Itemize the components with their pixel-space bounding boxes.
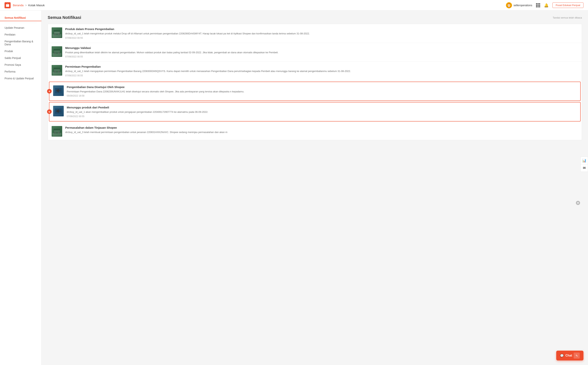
svg-point-7	[54, 53, 56, 54]
notif-thumbnail	[52, 126, 62, 137]
notif-body: Permintaan Pengembalian Dana 2208230UNXK…	[67, 90, 576, 93]
floating-right-panel: 📊 ✉	[581, 157, 588, 172]
chat-expand-button[interactable]: ⤡	[574, 352, 580, 358]
shopee-logo[interactable]	[5, 2, 11, 8]
notif-content: Menunggu produk dari Pembeli drcbuy_id_u…	[67, 106, 576, 118]
notification-list: Produk dalam Proses Pengembalian drcbuy_…	[48, 24, 582, 140]
notif-content: Menunggu Validasi Produk yang dikembalik…	[65, 46, 578, 58]
scroll-indicator	[576, 201, 580, 205]
notif-thumbnail	[52, 65, 62, 76]
user-menu[interactable]: 🎅 selleroperations	[506, 2, 532, 8]
notif-thumbnail	[53, 85, 64, 96]
sidebar-item-update-pesanan[interactable]: Update Pesanan	[0, 24, 41, 31]
sidebar-item-penilaian[interactable]: Penilaian	[0, 31, 41, 38]
svg-point-22	[58, 132, 59, 133]
table-row: Pengembalian Dana Disetujui Oleh Shopee …	[49, 82, 580, 101]
notif-title: Permintaan Pengembalian	[65, 65, 578, 68]
username: selleroperations	[514, 4, 532, 7]
table-row: Menunggu produk dari Pembeli drcbuy_id_u…	[49, 102, 580, 121]
notif-title: Menunggu produk dari Pembeli	[67, 106, 576, 109]
breadcrumb-current: Kotak Masuk	[28, 4, 45, 7]
breadcrumb-home[interactable]: Beranda	[13, 4, 24, 7]
notification-bell-icon[interactable]: 🔔	[544, 3, 549, 7]
svg-point-21	[54, 132, 56, 133]
notif-title: Permasalahan dalam Tinjauan Shopee	[65, 126, 578, 129]
notif-time: 07/09/2022 00:55	[65, 55, 578, 58]
svg-point-23	[577, 202, 579, 204]
chat-widget[interactable]: 💬 Chat ⤡	[556, 351, 583, 360]
badge-a: a	[47, 89, 52, 93]
notif-time: 05/09/2022 18:58	[67, 94, 576, 97]
svg-rect-6	[54, 50, 60, 53]
badge-b: b	[47, 109, 52, 114]
notif-title: Produk dalam Proses Pengembalian	[65, 27, 578, 31]
notif-title: Menunggu Validasi	[65, 46, 578, 49]
mail-float-button[interactable]: ✉	[581, 164, 588, 172]
svg-rect-2	[54, 32, 60, 34]
notif-body: drcbuy_id_uat_1 akan mengembalikan produ…	[67, 110, 576, 114]
sidebar-divider	[5, 23, 37, 23]
avatar: 🎅	[506, 2, 512, 8]
svg-rect-10	[54, 69, 60, 71]
sidebar-item-performa[interactable]: Performa	[0, 68, 41, 75]
main-content: Semua Notifikasi Tandai semua telah diba…	[42, 11, 588, 365]
breadcrumb-separator: >	[25, 4, 27, 7]
notif-body: drcbuy_id_uat_3 telah membuat permintaan…	[65, 130, 578, 134]
sidebar-item-saldo[interactable]: Saldo Penjual	[0, 55, 41, 61]
notif-thumbnail	[53, 106, 64, 116]
page-title: Semua Notifikasi	[48, 15, 81, 20]
notif-body: drcbuy_id_uat_1 telah mengajukan permint…	[65, 69, 578, 73]
header: Beranda > Kotak Masuk 🎅 selleroperations…	[0, 0, 588, 11]
svg-point-12	[58, 71, 59, 72]
chart-float-button[interactable]: 📊	[581, 157, 588, 164]
notif-time: 07/09/2022 00:55	[65, 74, 578, 77]
table-row[interactable]: Permintaan Pengembalian drcbuy_id_uat_1 …	[48, 62, 582, 80]
table-row[interactable]: Produk dalam Proses Pengembalian drcbuy_…	[48, 24, 582, 43]
svg-point-8	[58, 53, 59, 54]
sidebar-item-semua-notifikasi[interactable]: Semua Notifikasi	[0, 14, 41, 21]
notif-content: Permasalahan dalam Tinjauan Shopee drcbu…	[65, 126, 578, 135]
chat-label: Chat	[565, 354, 572, 357]
breadcrumb: Beranda > Kotak Masuk	[13, 4, 45, 7]
highlighted-notif-a[interactable]: a Pengembalian Dana Disetujui Oleh Shope…	[49, 82, 581, 101]
sidebar-item-produk[interactable]: Produk	[0, 48, 41, 55]
notif-body: Produk yang dikembalikan telah dikirim k…	[65, 51, 578, 54]
sidebar-item-pengembalian[interactable]: Pengembalian Barang & Dana	[0, 38, 41, 48]
table-row[interactable]: Permasalahan dalam Tinjauan Shopee drcbu…	[48, 123, 582, 140]
header-right: 🎅 selleroperations 🔔 Pusat Edukasi Penju…	[506, 2, 583, 8]
notif-time: 07/09/2022 00:55	[65, 37, 578, 39]
notif-title: Pengembalian Dana Disetujui Oleh Shopee	[67, 85, 576, 89]
highlighted-notif-b[interactable]: b Menunggu produk dari Pembeli drcbuy_id…	[49, 102, 581, 121]
notif-thumbnail	[52, 27, 62, 38]
svg-rect-20	[54, 130, 60, 133]
chat-icon: 💬	[560, 354, 564, 358]
table-row[interactable]: Menunggu Validasi Produk yang dikembalik…	[48, 43, 582, 62]
sidebar-item-promo-update[interactable]: Promo & Update Penjual	[0, 75, 41, 82]
notif-content: Permintaan Pengembalian drcbuy_id_uat_1 …	[65, 65, 578, 77]
notif-time: 07/09/2022 00:55	[67, 115, 576, 118]
svg-point-4	[58, 34, 59, 35]
mark-all-read-button[interactable]: Tandai semua telah dibaca	[553, 16, 582, 19]
notif-thumbnail	[52, 46, 62, 57]
apps-grid-icon[interactable]	[536, 3, 540, 7]
notif-body: drcbuy_id_uat_1 telah mengirimkan produk…	[65, 32, 578, 35]
sidebar: Semua Notifikasi Update Pesanan Penilaia…	[0, 11, 42, 365]
svg-point-3	[54, 34, 56, 35]
sidebar-item-promosi[interactable]: Promosi Saya	[0, 61, 41, 68]
page-layout: Semua Notifikasi Update Pesanan Penilaia…	[0, 11, 588, 365]
main-header: Semua Notifikasi Tandai semua telah diba…	[48, 15, 582, 20]
notif-content: Pengembalian Dana Disetujui Oleh Shopee …	[67, 85, 576, 97]
notif-content: Produk dalam Proses Pengembalian drcbuy_…	[65, 27, 578, 39]
svg-point-11	[54, 71, 56, 72]
pusat-edukasi-button[interactable]: Pusat Edukasi Penjual	[552, 2, 583, 8]
